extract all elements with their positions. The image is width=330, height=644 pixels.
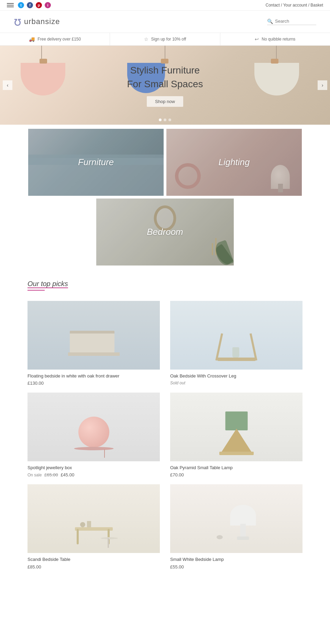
- search-icon: 🔍: [267, 19, 273, 24]
- contact-link[interactable]: Contact: [266, 3, 280, 8]
- delivery-text: Free delivery over £150: [37, 37, 81, 42]
- section-title-underline: [28, 290, 45, 291]
- product-3-sale-label: On sale: [28, 473, 42, 477]
- hero-dot-3[interactable]: [168, 118, 171, 121]
- product-1[interactable]: Floating bedside in white with oak front…: [28, 301, 160, 386]
- product-2-name: Oak Bedside With Crossover Leg: [170, 373, 302, 379]
- hero-prev-button[interactable]: ‹: [3, 80, 12, 90]
- product-3[interactable]: Spotlight jewellery box On sale £65.00 £…: [28, 393, 160, 477]
- category-bottom-row: Bedroom: [28, 198, 302, 266]
- product-6-name: Small White Bedside Lamp: [170, 556, 302, 563]
- product-5-price: £85.00: [28, 564, 160, 569]
- category-furniture[interactable]: Furniture: [28, 129, 164, 196]
- product-4-name: Oak Pyramid Small Table Lamp: [170, 465, 302, 471]
- product-2-image: [170, 301, 302, 370]
- returns-text: No quibble returns: [262, 37, 295, 42]
- product-3-original-price: £65.00: [44, 472, 58, 477]
- section-title-wrap: Our top picks: [28, 280, 302, 291]
- signup-text: Sign up for 10% off: [151, 37, 186, 42]
- logo[interactable]: ʊ urbansize: [14, 15, 60, 28]
- product-5[interactable]: Scandi Bedside Table £85.00: [28, 484, 160, 569]
- product-2-sold-out: Sold out: [170, 381, 302, 385]
- hero-content: Stylish FurnitureFor Small Spaces Shop n…: [127, 64, 203, 106]
- facebook-icon[interactable]: f: [27, 2, 33, 8]
- return-icon: ↩: [255, 36, 259, 42]
- hero-dots: [159, 118, 171, 121]
- twitter-icon[interactable]: t: [18, 2, 24, 8]
- search-area: 🔍: [267, 19, 316, 25]
- top-nav-links: Contact / Your account / Basket: [266, 3, 323, 8]
- lighting-overlay: Lighting: [166, 129, 302, 196]
- logo-u-letter: ʊ: [14, 15, 21, 28]
- product-1-image: [28, 301, 160, 370]
- instagram-icon[interactable]: i: [45, 2, 51, 8]
- hero-next-button[interactable]: ›: [318, 80, 327, 90]
- product-6[interactable]: Small White Bedside Lamp £55.00: [170, 484, 302, 569]
- top-picks-section: Our top picks: [0, 270, 330, 301]
- star-icon: ☆: [144, 36, 148, 42]
- section-title: Our top picks: [28, 280, 302, 288]
- hamburger-menu[interactable]: [7, 3, 14, 7]
- product-2[interactable]: Oak Bedside With Crossover Leg Sold out: [170, 301, 302, 386]
- product-3-sale-price: £45.00: [60, 472, 74, 477]
- hero-dot-1[interactable]: [159, 118, 162, 121]
- lighting-label: Lighting: [218, 157, 250, 168]
- logo-text: urbansize: [24, 17, 60, 26]
- product-1-name: Floating bedside in white with oak front…: [28, 373, 160, 379]
- social-icons: t f p i: [18, 2, 51, 8]
- product-grid: Floating bedside in white with oak front…: [0, 301, 330, 576]
- product-1-price: £130.00: [28, 381, 160, 386]
- product-5-name: Scandi Bedside Table: [28, 556, 160, 563]
- product-6-price: £55.00: [170, 564, 302, 569]
- hero-banner: Stylish FurnitureFor Small Spaces Shop n…: [0, 46, 330, 125]
- hero-dot-2[interactable]: [164, 118, 166, 121]
- product-5-image: [28, 484, 160, 553]
- furniture-label: Furniture: [78, 157, 114, 168]
- info-signup[interactable]: ☆ Sign up for 10% off: [110, 33, 220, 45]
- info-bar: 🚚 Free delivery over £150 ☆ Sign up for …: [0, 33, 330, 46]
- site-header: ʊ urbansize 🔍: [0, 11, 330, 33]
- category-lighting[interactable]: Lighting: [166, 129, 302, 196]
- product-4[interactable]: Oak Pyramid Small Table Lamp £70.00: [170, 393, 302, 477]
- product-4-image: [170, 393, 302, 461]
- info-delivery: 🚚 Free delivery over £150: [0, 33, 110, 45]
- basket-link[interactable]: Basket: [310, 3, 323, 8]
- bedroom-label: Bedroom: [147, 227, 183, 237]
- hero-cta-button[interactable]: Shop now: [147, 96, 183, 107]
- top-bar-left: t f p i: [7, 2, 51, 8]
- product-6-image: [170, 484, 302, 553]
- hero-title: Stylish FurnitureFor Small Spaces: [127, 64, 203, 90]
- top-bar: t f p i Contact / Your account / Basket: [0, 0, 330, 11]
- product-3-image: [28, 393, 160, 461]
- category-bedroom[interactable]: Bedroom: [96, 199, 234, 265]
- product-3-name: Spotlight jewellery box: [28, 465, 160, 471]
- product-4-price: £70.00: [170, 472, 302, 477]
- info-returns: ↩ No quibble returns: [220, 33, 330, 45]
- pinterest-icon[interactable]: p: [36, 2, 42, 8]
- product-3-price: On sale £65.00 £45.00: [28, 472, 160, 477]
- furniture-overlay: Furniture: [28, 129, 164, 196]
- bedroom-overlay: Bedroom: [96, 199, 234, 265]
- category-section: Furniture Lighting: [0, 125, 330, 270]
- search-input[interactable]: [275, 19, 316, 24]
- truck-icon: 🚚: [29, 36, 35, 42]
- category-top-row: Furniture Lighting: [28, 128, 302, 196]
- account-link[interactable]: Your account: [283, 3, 307, 8]
